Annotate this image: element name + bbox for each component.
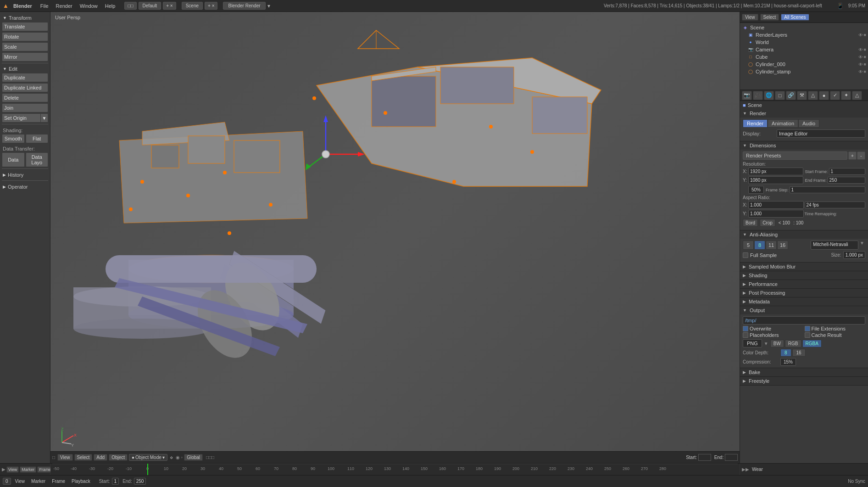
camera-eye[interactable]: 👁	[858, 47, 863, 52]
prop-object-btn[interactable]: □	[775, 91, 785, 100]
aspect-x-input[interactable]: 1.000	[748, 201, 804, 209]
delete-btn[interactable]: Delete	[2, 93, 48, 102]
menu-file[interactable]: File	[37, 2, 52, 10]
view-btn[interactable]: View	[57, 454, 73, 461]
depth-16-btn[interactable]: 16	[792, 349, 806, 357]
scene-label[interactable]: Scene	[182, 2, 203, 10]
format-select[interactable]: PNG	[743, 339, 762, 347]
status-frame-btn[interactable]: Frame	[50, 478, 67, 484]
mirror-btn[interactable]: Mirror	[2, 52, 48, 62]
placeholders-checkbox[interactable]	[743, 332, 748, 338]
timeline-content[interactable]: -50 -40 -30 -20 -10 0 10 20 30 40 50 60 …	[50, 464, 740, 475]
outliner-all-scenes-btn[interactable]: All Scenes	[781, 14, 809, 21]
render-tab-render[interactable]: Render	[743, 119, 768, 128]
join-btn[interactable]: Join	[2, 103, 48, 112]
pivot-icon[interactable]: ⋄	[169, 454, 174, 461]
outliner-item-camera[interactable]: 📷 Camera 👁 ■	[740, 46, 868, 53]
set-origin-arrow-btn[interactable]: ▼	[41, 113, 48, 123]
output-section-header[interactable]: ▼ Output	[740, 306, 868, 314]
aspect-y-input[interactable]: 1.000	[748, 210, 804, 218]
dimensions-section-header[interactable]: ▼ Dimensions	[740, 141, 868, 150]
cache-result-checkbox[interactable]	[805, 332, 810, 338]
color-bw-btn[interactable]: BW	[770, 340, 784, 347]
engine-select[interactable]: Blender Render	[223, 2, 265, 10]
motion-blur-header[interactable]: ▶ Sampled Motion Blur	[740, 263, 868, 271]
edit-section-header[interactable]: ▼ Edit	[2, 65, 48, 73]
outliner-item-cylinderstamp[interactable]: ◯ Cylinder_stamp 👁 ■	[740, 68, 868, 75]
render-section-header[interactable]: ▼ Render	[740, 109, 868, 118]
presets-add-btn[interactable]: +	[848, 151, 857, 160]
workspace-icon[interactable]: □□	[124, 2, 136, 10]
end-frame-val[interactable]: 250	[828, 177, 865, 184]
aa-8-btn[interactable]: 8	[754, 241, 765, 250]
add-btn[interactable]: Add	[94, 454, 107, 461]
prop-render-btn[interactable]: 📷	[742, 91, 752, 100]
scene-buttons[interactable]: + ×	[205, 2, 217, 10]
outliner-select-btn[interactable]: Select	[760, 14, 779, 21]
prop-physics-btn[interactable]: △	[852, 91, 862, 100]
border-btn[interactable]: Bord	[743, 219, 758, 227]
smooth-btn[interactable]: Smooth	[2, 134, 25, 143]
prop-world-btn[interactable]: 🌐	[764, 91, 774, 100]
status-marker-btn[interactable]: Marker	[29, 478, 48, 484]
size-val[interactable]: 1.000 px	[843, 251, 865, 259]
data-btn[interactable]: Data	[2, 152, 25, 167]
operator-section-header[interactable]: ▶ Operator	[2, 183, 48, 191]
output-path[interactable]: /tmp/	[743, 316, 865, 325]
aa-16-btn[interactable]: 16	[777, 241, 788, 250]
prop-textures-btn[interactable]: ✓	[830, 91, 840, 100]
timeline-view-btn[interactable]: View	[6, 466, 19, 473]
outliner-item-scene[interactable]: ◈ Scene	[740, 24, 868, 31]
start-frame-status-val[interactable]: 1	[112, 478, 119, 485]
pivot-select[interactable]: Global	[184, 454, 203, 461]
outliner-item-cube[interactable]: □ Cube 👁 ■	[740, 53, 868, 61]
color-rgb-btn[interactable]: RGB	[785, 340, 801, 347]
status-playback-btn[interactable]: Playback	[69, 478, 93, 484]
prop-scene-btn[interactable]: 🎥	[753, 91, 763, 100]
transform-section-header[interactable]: ▼ Transform	[2, 14, 48, 22]
menu-help[interactable]: Help	[101, 2, 119, 10]
res-y-input[interactable]: 1080 px	[748, 176, 803, 184]
crop-btn[interactable]: Crop	[760, 219, 775, 227]
prop-particles-btn[interactable]: ✦	[841, 91, 851, 100]
frame-step-val[interactable]: 1	[790, 186, 865, 193]
presets-remove-btn[interactable]: -	[857, 151, 865, 160]
end-frame-input[interactable]: 250	[725, 454, 738, 461]
data-layo-btn[interactable]: Data Layo	[26, 152, 49, 167]
menu-window[interactable]: Window	[76, 2, 101, 10]
renderlayers-eye[interactable]: 👁	[858, 33, 863, 38]
outliner-item-cylinder000[interactable]: ◯ Cylinder_000 👁 ■	[740, 61, 868, 68]
end-frame-status-val[interactable]: 250	[134, 478, 146, 485]
start-frame-val[interactable]: 1	[829, 168, 865, 175]
workspace-buttons[interactable]: + ×	[163, 2, 176, 10]
prop-constraints-btn[interactable]: 🔗	[786, 91, 796, 100]
cylinderstamp-eye[interactable]: 👁	[858, 69, 863, 74]
metadata-header[interactable]: ▶ Metadata	[740, 297, 868, 306]
res-percent[interactable]: 50%	[748, 186, 764, 194]
outliner-view-btn[interactable]: View	[742, 14, 758, 21]
outliner-item-renderlayers[interactable]: ▣ RenderLayers 👁 ■	[740, 31, 868, 39]
status-view-btn[interactable]: View	[13, 478, 28, 484]
engine-icon[interactable]: ▾	[267, 3, 270, 9]
aa-5-btn[interactable]: 5	[743, 241, 754, 250]
rotate-btn[interactable]: Rotate	[2, 32, 48, 41]
aa-section-header[interactable]: ▼ Anti-Aliasing	[740, 230, 868, 239]
performance-header[interactable]: ▶ Performance	[740, 280, 868, 288]
history-section-header[interactable]: ▶ History	[2, 171, 48, 179]
menu-render[interactable]: Render	[52, 2, 76, 10]
outliner-item-world[interactable]: ● World	[740, 39, 868, 46]
workspace-layout[interactable]: Default	[139, 2, 161, 10]
fps-input[interactable]: 24 fps	[805, 202, 866, 208]
viewport[interactable]: User Persp X Z Y (1) house-small-carport…	[50, 12, 740, 463]
aa-filter-arrow[interactable]: ▼	[859, 241, 865, 250]
render-tab-animation[interactable]: Animation	[768, 119, 798, 128]
aa-filter-select[interactable]: Mitchell-Netravali	[811, 241, 858, 250]
file-ext-checkbox[interactable]	[805, 326, 810, 331]
res-x-input[interactable]: 1920 px	[748, 168, 803, 175]
bake-header[interactable]: ▶ Bake	[740, 368, 868, 376]
select-btn[interactable]: Select	[74, 454, 93, 461]
render-tab-audio[interactable]: Audio	[798, 119, 819, 128]
freestyle-header[interactable]: ▶ Freestyle	[740, 377, 868, 385]
display-select[interactable]: Image Editor	[777, 129, 865, 138]
scale-btn[interactable]: Scale	[2, 42, 48, 51]
